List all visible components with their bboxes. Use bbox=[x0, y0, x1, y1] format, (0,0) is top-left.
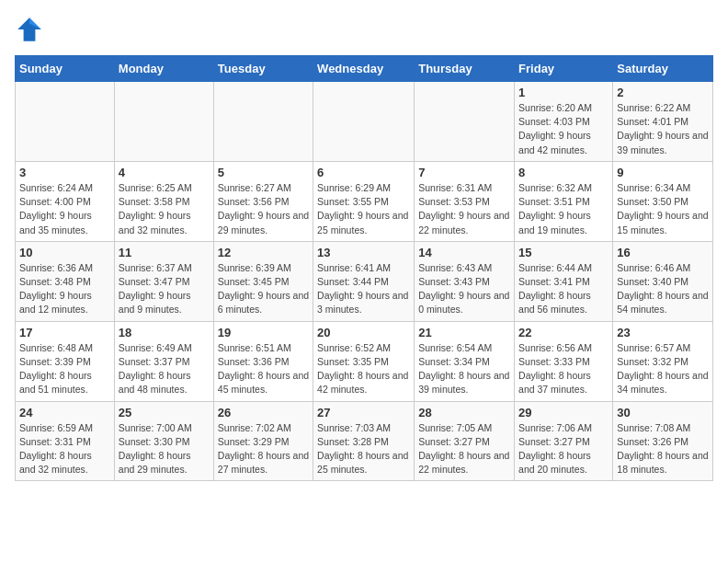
day-number: 9 bbox=[617, 166, 709, 179]
calendar-cell: 6Sunrise: 6:29 AM Sunset: 3:55 PM Daylig… bbox=[313, 161, 415, 241]
calendar-cell bbox=[16, 82, 115, 162]
day-detail: Sunrise: 6:44 AM Sunset: 3:41 PM Dayligh… bbox=[518, 261, 609, 317]
calendar-cell: 3Sunrise: 6:24 AM Sunset: 4:00 PM Daylig… bbox=[16, 161, 115, 241]
calendar-cell: 7Sunrise: 6:31 AM Sunset: 3:53 PM Daylig… bbox=[415, 161, 515, 241]
day-detail: Sunrise: 6:54 AM Sunset: 3:34 PM Dayligh… bbox=[418, 341, 510, 397]
day-detail: Sunrise: 7:06 AM Sunset: 3:27 PM Dayligh… bbox=[518, 421, 609, 477]
day-detail: Sunrise: 6:56 AM Sunset: 3:33 PM Dayligh… bbox=[518, 341, 609, 397]
day-number: 29 bbox=[518, 406, 609, 419]
day-number: 22 bbox=[518, 326, 609, 339]
day-number: 17 bbox=[19, 326, 110, 339]
day-detail: Sunrise: 6:51 AM Sunset: 3:36 PM Dayligh… bbox=[218, 341, 309, 397]
day-number: 5 bbox=[218, 166, 309, 179]
calendar-cell: 22Sunrise: 6:56 AM Sunset: 3:33 PM Dayli… bbox=[515, 321, 613, 401]
day-number: 6 bbox=[317, 166, 410, 179]
day-detail: Sunrise: 6:49 AM Sunset: 3:37 PM Dayligh… bbox=[119, 341, 210, 397]
calendar-cell: 1Sunrise: 6:20 AM Sunset: 4:03 PM Daylig… bbox=[515, 82, 613, 162]
calendar-cell: 17Sunrise: 6:48 AM Sunset: 3:39 PM Dayli… bbox=[16, 321, 115, 401]
calendar-week-row: 17Sunrise: 6:48 AM Sunset: 3:39 PM Dayli… bbox=[16, 321, 713, 401]
day-number: 24 bbox=[19, 406, 110, 419]
day-number: 3 bbox=[19, 166, 110, 179]
calendar-cell: 20Sunrise: 6:52 AM Sunset: 3:35 PM Dayli… bbox=[313, 321, 415, 401]
day-number: 13 bbox=[317, 246, 410, 259]
day-detail: Sunrise: 6:29 AM Sunset: 3:55 PM Dayligh… bbox=[317, 181, 410, 237]
weekday-header-thursday: Thursday bbox=[415, 56, 515, 82]
calendar-cell: 12Sunrise: 6:39 AM Sunset: 3:45 PM Dayli… bbox=[213, 241, 313, 321]
weekday-header-friday: Friday bbox=[515, 56, 613, 82]
calendar-cell: 30Sunrise: 7:08 AM Sunset: 3:26 PM Dayli… bbox=[613, 401, 713, 481]
day-number: 15 bbox=[518, 246, 609, 259]
day-number: 25 bbox=[119, 406, 210, 419]
day-number: 28 bbox=[418, 406, 510, 419]
calendar-cell: 15Sunrise: 6:44 AM Sunset: 3:41 PM Dayli… bbox=[515, 241, 613, 321]
day-detail: Sunrise: 6:36 AM Sunset: 3:48 PM Dayligh… bbox=[19, 261, 110, 317]
day-detail: Sunrise: 6:27 AM Sunset: 3:56 PM Dayligh… bbox=[218, 181, 309, 237]
weekday-header-wednesday: Wednesday bbox=[313, 56, 415, 82]
day-number: 30 bbox=[617, 406, 709, 419]
day-detail: Sunrise: 7:00 AM Sunset: 3:30 PM Dayligh… bbox=[119, 421, 210, 477]
day-number: 10 bbox=[19, 246, 110, 259]
weekday-header-tuesday: Tuesday bbox=[213, 56, 313, 82]
logo-icon bbox=[15, 15, 44, 44]
calendar-cell: 14Sunrise: 6:43 AM Sunset: 3:43 PM Dayli… bbox=[415, 241, 515, 321]
calendar-cell: 27Sunrise: 7:03 AM Sunset: 3:28 PM Dayli… bbox=[313, 401, 415, 481]
calendar-cell bbox=[114, 82, 213, 162]
calendar-week-row: 1Sunrise: 6:20 AM Sunset: 4:03 PM Daylig… bbox=[16, 82, 713, 162]
calendar-cell: 13Sunrise: 6:41 AM Sunset: 3:44 PM Dayli… bbox=[313, 241, 415, 321]
logo bbox=[15, 15, 48, 44]
day-number: 27 bbox=[317, 406, 410, 419]
day-detail: Sunrise: 7:05 AM Sunset: 3:27 PM Dayligh… bbox=[418, 421, 510, 477]
day-detail: Sunrise: 6:39 AM Sunset: 3:45 PM Dayligh… bbox=[218, 261, 309, 317]
calendar-cell bbox=[213, 82, 313, 162]
day-number: 20 bbox=[317, 326, 410, 339]
day-number: 19 bbox=[218, 326, 309, 339]
calendar-week-row: 3Sunrise: 6:24 AM Sunset: 4:00 PM Daylig… bbox=[16, 161, 713, 241]
day-detail: Sunrise: 6:31 AM Sunset: 3:53 PM Dayligh… bbox=[418, 181, 510, 237]
day-number: 14 bbox=[418, 246, 510, 259]
day-detail: Sunrise: 6:46 AM Sunset: 3:40 PM Dayligh… bbox=[617, 261, 709, 317]
page-header bbox=[15, 15, 713, 44]
day-number: 18 bbox=[119, 326, 210, 339]
day-detail: Sunrise: 6:20 AM Sunset: 4:03 PM Dayligh… bbox=[518, 101, 609, 157]
calendar-cell: 28Sunrise: 7:05 AM Sunset: 3:27 PM Dayli… bbox=[415, 401, 515, 481]
calendar-cell: 25Sunrise: 7:00 AM Sunset: 3:30 PM Dayli… bbox=[114, 401, 213, 481]
calendar-cell: 8Sunrise: 6:32 AM Sunset: 3:51 PM Daylig… bbox=[515, 161, 613, 241]
weekday-header-saturday: Saturday bbox=[613, 56, 713, 82]
calendar-cell bbox=[313, 82, 415, 162]
day-number: 12 bbox=[218, 246, 309, 259]
day-detail: Sunrise: 6:22 AM Sunset: 4:01 PM Dayligh… bbox=[617, 101, 709, 157]
day-number: 23 bbox=[617, 326, 709, 339]
calendar-week-row: 10Sunrise: 6:36 AM Sunset: 3:48 PM Dayli… bbox=[16, 241, 713, 321]
calendar-cell bbox=[415, 82, 515, 162]
calendar-cell: 24Sunrise: 6:59 AM Sunset: 3:31 PM Dayli… bbox=[16, 401, 115, 481]
calendar-cell: 9Sunrise: 6:34 AM Sunset: 3:50 PM Daylig… bbox=[613, 161, 713, 241]
day-detail: Sunrise: 6:25 AM Sunset: 3:58 PM Dayligh… bbox=[119, 181, 210, 237]
day-detail: Sunrise: 6:32 AM Sunset: 3:51 PM Dayligh… bbox=[518, 181, 609, 237]
calendar-cell: 16Sunrise: 6:46 AM Sunset: 3:40 PM Dayli… bbox=[613, 241, 713, 321]
calendar-cell: 26Sunrise: 7:02 AM Sunset: 3:29 PM Dayli… bbox=[213, 401, 313, 481]
calendar-cell: 23Sunrise: 6:57 AM Sunset: 3:32 PM Dayli… bbox=[613, 321, 713, 401]
calendar-cell: 4Sunrise: 6:25 AM Sunset: 3:58 PM Daylig… bbox=[114, 161, 213, 241]
day-number: 1 bbox=[518, 86, 609, 99]
day-detail: Sunrise: 6:24 AM Sunset: 4:00 PM Dayligh… bbox=[19, 181, 110, 237]
calendar-cell: 29Sunrise: 7:06 AM Sunset: 3:27 PM Dayli… bbox=[515, 401, 613, 481]
calendar-cell: 2Sunrise: 6:22 AM Sunset: 4:01 PM Daylig… bbox=[613, 82, 713, 162]
calendar-cell: 19Sunrise: 6:51 AM Sunset: 3:36 PM Dayli… bbox=[213, 321, 313, 401]
day-detail: Sunrise: 6:34 AM Sunset: 3:50 PM Dayligh… bbox=[617, 181, 709, 237]
day-detail: Sunrise: 7:08 AM Sunset: 3:26 PM Dayligh… bbox=[617, 421, 709, 477]
day-number: 8 bbox=[518, 166, 609, 179]
calendar-table: SundayMondayTuesdayWednesdayThursdayFrid… bbox=[15, 55, 713, 481]
day-detail: Sunrise: 6:41 AM Sunset: 3:44 PM Dayligh… bbox=[317, 261, 410, 317]
day-detail: Sunrise: 6:43 AM Sunset: 3:43 PM Dayligh… bbox=[418, 261, 510, 317]
day-number: 2 bbox=[617, 86, 709, 99]
day-number: 4 bbox=[119, 166, 210, 179]
weekday-header-monday: Monday bbox=[114, 56, 213, 82]
day-detail: Sunrise: 6:52 AM Sunset: 3:35 PM Dayligh… bbox=[317, 341, 410, 397]
calendar-cell: 11Sunrise: 6:37 AM Sunset: 3:47 PM Dayli… bbox=[114, 241, 213, 321]
day-detail: Sunrise: 6:37 AM Sunset: 3:47 PM Dayligh… bbox=[119, 261, 210, 317]
calendar-header-row: SundayMondayTuesdayWednesdayThursdayFrid… bbox=[16, 56, 713, 82]
day-number: 11 bbox=[119, 246, 210, 259]
day-detail: Sunrise: 6:59 AM Sunset: 3:31 PM Dayligh… bbox=[19, 421, 110, 477]
day-detail: Sunrise: 6:57 AM Sunset: 3:32 PM Dayligh… bbox=[617, 341, 709, 397]
day-number: 7 bbox=[418, 166, 510, 179]
